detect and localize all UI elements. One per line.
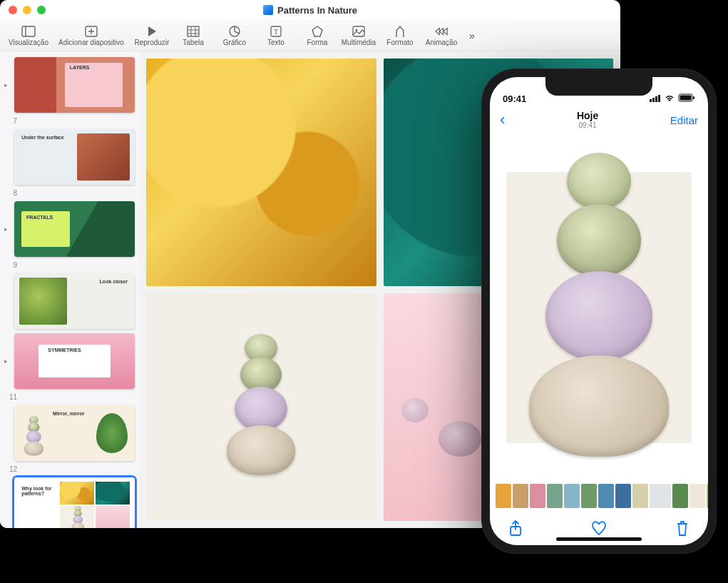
svg-rect-21 (652, 98, 655, 102)
slide-caption: SYMMETRIES (48, 348, 81, 353)
slide-caption: Mirror, mirror (53, 411, 84, 416)
minimize-window-button[interactable] (23, 6, 31, 14)
toolbar-format[interactable]: Formato (379, 25, 421, 46)
slide-thumbnail[interactable]: ▸ LAYERS (4, 57, 135, 113)
slide-number: 11 (4, 393, 17, 401)
slide-number: 12 (4, 465, 17, 473)
svg-rect-22 (655, 96, 657, 102)
toolbar-chart[interactable]: Gráfico (214, 25, 255, 46)
slide-caption: Why look for patterns? (21, 486, 58, 496)
format-icon (393, 25, 407, 38)
slide-navigator[interactable]: ▸ LAYERS 7 Under the surface 8 ▸ (0, 51, 139, 528)
filmstrip-thumb[interactable] (707, 484, 708, 508)
slide-caption: Under the surface (21, 135, 64, 140)
svg-rect-6 (188, 26, 199, 36)
filmstrip-thumb[interactable] (547, 484, 563, 508)
svg-rect-0 (22, 26, 35, 36)
slide-thumbnail[interactable]: Look closer (4, 273, 135, 329)
canvas-image-urchins[interactable] (146, 293, 376, 521)
filmstrip-thumb[interactable] (689, 484, 705, 508)
chart-icon (227, 25, 242, 38)
toolbar-view[interactable]: Visualização (6, 25, 51, 46)
svg-rect-20 (650, 99, 652, 102)
trash-icon[interactable] (674, 519, 691, 537)
slide-number: 8 (4, 189, 17, 197)
document-title: Patterns In Nature (277, 5, 357, 16)
filmstrip-thumb[interactable] (672, 484, 688, 508)
filmstrip-thumb[interactable] (513, 484, 528, 508)
navbar-title: Hoje 09:41 (577, 111, 598, 129)
filmstrip-thumb[interactable] (581, 484, 597, 508)
slide-thumbnail[interactable]: Mirror, mirror (4, 405, 135, 461)
shape-icon (310, 25, 324, 38)
svg-point-16 (355, 29, 357, 31)
svg-rect-25 (680, 96, 692, 101)
close-window-button[interactable] (9, 6, 17, 14)
slide-caption: LAYERS (70, 65, 90, 70)
share-icon[interactable] (507, 519, 524, 537)
disclosure-triangle-icon[interactable]: ▸ (4, 225, 11, 233)
filmstrip-thumb[interactable] (615, 484, 631, 508)
svg-rect-23 (658, 95, 660, 102)
filmstrip-thumb[interactable] (650, 484, 671, 508)
toolbar-add-slide[interactable]: Adicionar diapositivo (51, 25, 131, 46)
play-icon (145, 25, 159, 38)
iphone-screen: 09:41 ‹ Hoje 09:41 Editar (490, 77, 708, 545)
fullscreen-window-button[interactable] (37, 6, 46, 14)
plus-icon (84, 25, 98, 38)
media-icon (352, 25, 366, 38)
battery-icon (678, 93, 695, 104)
toolbar-text[interactable]: T Texto (255, 25, 297, 46)
svg-marker-14 (312, 26, 322, 36)
iphone-device: 09:41 ‹ Hoje 09:41 Editar (481, 69, 717, 554)
svg-marker-5 (148, 26, 156, 36)
chevron-double-right-icon: » (465, 29, 479, 42)
slide-caption: FRACTALS (26, 215, 53, 220)
photo-viewer[interactable] (490, 134, 708, 481)
disclosure-triangle-icon[interactable]: ▸ (4, 358, 11, 365)
filmstrip-thumb[interactable] (530, 484, 545, 508)
toolbar-overflow[interactable]: » (462, 29, 482, 42)
wifi-icon (664, 93, 675, 104)
filmstrip-thumb[interactable] (598, 484, 614, 508)
slide-number: 9 (4, 261, 17, 269)
disclosure-triangle-icon[interactable]: ▸ (4, 81, 11, 88)
toolbar-media[interactable]: Multimédia (338, 25, 379, 46)
toolbar-table[interactable]: Tabela (173, 25, 214, 46)
slide-number: 7 (4, 117, 17, 125)
heart-icon[interactable] (590, 519, 607, 537)
svg-rect-26 (693, 96, 694, 99)
toolbar-animate[interactable]: Animação (421, 25, 462, 46)
svg-marker-19 (444, 28, 447, 34)
table-icon (186, 25, 200, 38)
filmstrip-thumb[interactable] (496, 484, 511, 508)
text-icon: T (269, 25, 283, 38)
svg-rect-15 (353, 26, 364, 36)
slide-thumbnail[interactable]: ▸ FRACTALS (4, 201, 135, 257)
home-indicator[interactable] (556, 537, 642, 541)
slide-caption: Look closer (100, 279, 128, 284)
slide-thumbnail-selected[interactable]: Why look for patterns? (4, 477, 135, 528)
photos-navbar: ‹ Hoje 09:41 Editar (490, 106, 708, 134)
filmstrip-thumb[interactable] (564, 484, 580, 508)
photo-filmstrip[interactable] (490, 481, 708, 511)
svg-text:T: T (274, 28, 278, 36)
animate-icon (434, 25, 448, 38)
toolbar-play[interactable]: Reproduzir (131, 25, 173, 46)
back-button[interactable]: ‹ (500, 111, 505, 129)
view-icon (21, 25, 36, 38)
slide-thumbnail[interactable]: Under the surface (4, 129, 135, 185)
notch (545, 77, 652, 96)
toolbar-shape[interactable]: Forma (297, 25, 338, 46)
slide-thumbnail[interactable]: ▸ SYMMETRIES (4, 333, 135, 389)
edit-button[interactable]: Editar (670, 114, 698, 126)
titlebar: Patterns In Nature (0, 0, 620, 20)
canvas-image-honeycomb[interactable] (146, 59, 376, 286)
toolbar: Visualização Adicionar diapositivo Repro… (0, 20, 620, 51)
document-icon (263, 5, 273, 15)
window-controls (9, 6, 46, 14)
filmstrip-thumb[interactable] (632, 484, 648, 508)
status-time: 09:41 (503, 93, 526, 104)
cellular-icon (650, 93, 661, 104)
